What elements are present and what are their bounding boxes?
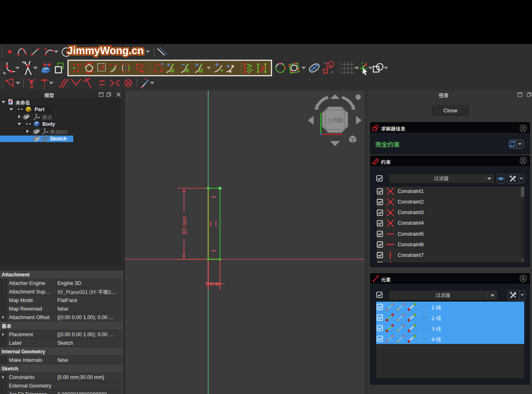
svg-text:30 mm: 30 mm [181,216,188,235]
svg-text:5 mm: 5 mm [206,280,221,287]
